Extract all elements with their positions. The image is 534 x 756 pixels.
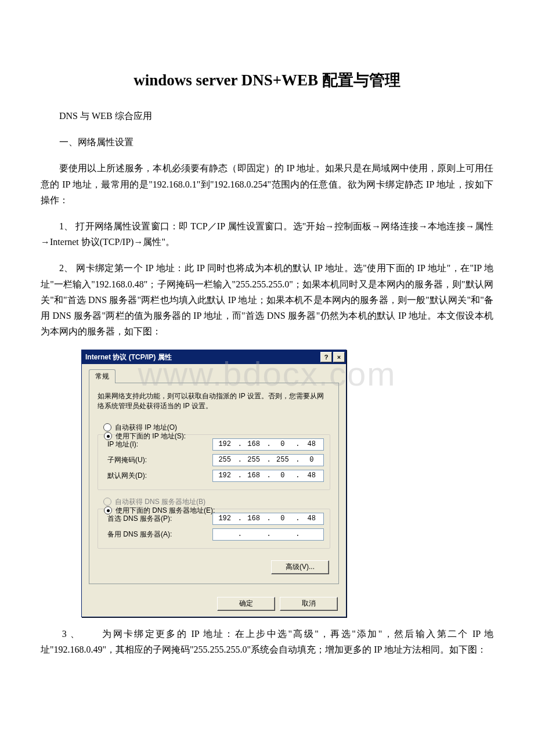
radio-manual-ip-label: 使用下面的 IP 地址(S): <box>116 431 186 441</box>
ip-octet: 255 <box>272 456 293 464</box>
close-icon[interactable]: × <box>333 352 345 362</box>
ip-octet: 255 <box>214 456 235 464</box>
ip-octet: 0 <box>301 456 322 464</box>
ip-octet: 255 <box>243 456 264 464</box>
cancel-button[interactable]: 取消 <box>280 597 338 611</box>
dns-fieldset: 使用下面的 DNS 服务器地址(E): 首选 DNS 服务器(P): 192. … <box>98 509 330 549</box>
radio-manual-dns[interactable]: 使用下面的 DNS 服务器地址(E): <box>104 505 322 517</box>
ok-button[interactable]: 确定 <box>217 597 275 611</box>
advanced-button[interactable]: 高级(V)... <box>271 560 329 574</box>
paragraph-step-2: 2、 网卡绑定第一个 IP 地址：此 IP 同时也将成为本机的默认 IP 地址。… <box>41 260 493 339</box>
tab-general[interactable]: 常规 <box>89 369 116 383</box>
radio-icon <box>104 506 112 514</box>
ip-octet: 192 <box>214 471 235 480</box>
label-subnet-mask: 子网掩码(U): <box>104 455 194 465</box>
radio-icon <box>104 432 112 440</box>
ip-octet: 48 <box>301 471 322 480</box>
radio-manual-dns-label: 使用下面的 DNS 服务器地址(E): <box>116 506 215 516</box>
label-default-gateway: 默认网关(D): <box>104 471 194 481</box>
section-heading-1: 一、网络属性设置 <box>41 134 493 150</box>
paragraph-static-ip: 要使用以上所述服务，本机必须要有静态（即固定）的 IP 地址。如果只是在局域网中… <box>41 160 493 208</box>
ip-octet: 168 <box>243 471 264 480</box>
dialog-title: Internet 协议 (TCP/IP) 属性 <box>85 352 172 362</box>
radio-manual-ip[interactable]: 使用下面的 IP 地址(S): <box>104 430 322 442</box>
help-icon[interactable]: ? <box>320 352 332 362</box>
ip-fieldset: 使用下面的 IP 地址(S): IP 地址(I): 192. 168. 0. 4… <box>98 434 330 490</box>
dialog-description: 如果网络支持此功能，则可以获取自动指派的 IP 设置。否则，您需要从网络系统管理… <box>98 391 330 411</box>
ip-octet: 0 <box>272 471 293 480</box>
input-default-gateway[interactable]: 192. 168. 0. 48 <box>212 470 324 482</box>
page-title: windows server DNS+WEB 配置与管理 <box>41 70 493 91</box>
tcpip-properties-dialog: Internet 协议 (TCP/IP) 属性 ? × 常规 如果网络支持此功能… <box>81 350 347 617</box>
paragraph-step-3: 3 、 为网卡绑定更多的 IP 地址：在上步中选"高级"，再选"添加"，然后输入… <box>41 626 493 657</box>
paragraph-intro: DNS 与 WEB 综合应用 <box>41 108 493 124</box>
input-subnet-mask[interactable]: 255. 255. 255. 0 <box>212 454 324 466</box>
paragraph-step-1: 1、 打开网络属性设置窗口：即 TCP／IP 属性设置窗口。选"开始→控制面板→… <box>41 218 493 250</box>
label-alternate-dns: 备用 DNS 服务器(A): <box>104 530 194 539</box>
input-alternate-dns[interactable]: . . . <box>212 528 324 541</box>
dialog-titlebar: Internet 协议 (TCP/IP) 属性 ? × <box>82 350 346 364</box>
